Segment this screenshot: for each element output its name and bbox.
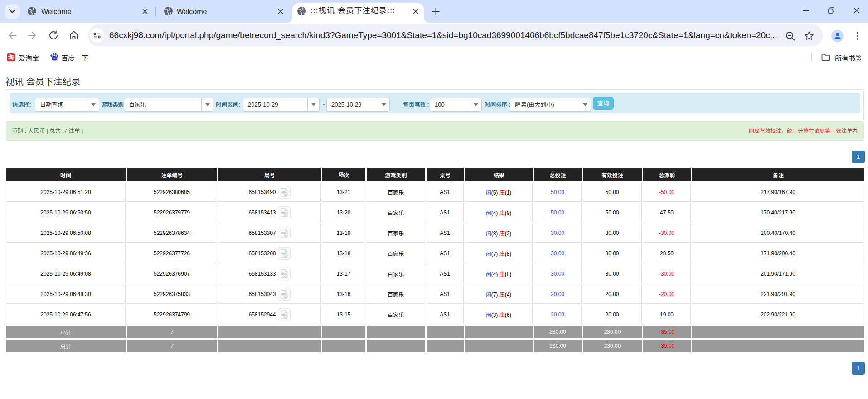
svg-text:du: du xyxy=(53,57,57,60)
